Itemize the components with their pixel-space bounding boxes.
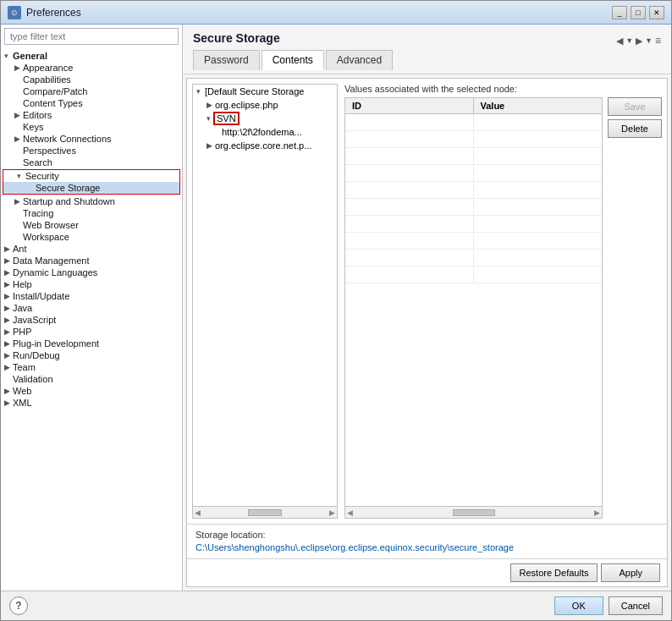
storage-tree-item-org-core[interactable]: ▶ org.eclipse.core.net.p... — [193, 139, 337, 152]
minimize-button[interactable]: _ — [612, 6, 627, 19]
sidebar-label: Run/Debug — [13, 350, 60, 360]
restore-defaults-button[interactable]: Restore Defaults — [510, 563, 598, 582]
arrow-icon: ▶ — [14, 135, 23, 143]
sidebar-item-validation[interactable]: Validation — [1, 373, 182, 385]
sidebar-item-plugin-dev[interactable]: ▶ Plug-in Development — [1, 338, 182, 349]
table-cell — [345, 267, 474, 283]
sidebar-item-appearance[interactable]: ▶ Appearance — [1, 62, 182, 74]
sidebar-label: Install/Update — [13, 291, 69, 301]
sidebar-item-capabilities[interactable]: Capabilities — [1, 74, 182, 85]
sidebar-item-java[interactable]: ▶ Java — [1, 302, 182, 314]
tab-password[interactable]: Password — [193, 50, 260, 70]
arrow-icon: ▾ — [4, 52, 13, 60]
sidebar-item-php[interactable]: ▶ PHP — [1, 326, 182, 338]
sidebar-item-install-update[interactable]: ▶ Install/Update — [1, 290, 182, 302]
table-row — [345, 148, 602, 165]
sidebar-label: Data Management — [13, 256, 90, 266]
sidebar-item-compare-patch[interactable]: Compare/Patch — [1, 85, 182, 97]
sidebar-item-startup-shutdown[interactable]: ▶ Startup and Shutdown — [1, 195, 182, 207]
storage-tree-item-svn[interactable]: ▾ SVN — [193, 112, 337, 125]
sidebar-item-dynamic-languages[interactable]: ▶ Dynamic Languages — [1, 267, 182, 278]
sidebar-item-keys[interactable]: Keys — [1, 121, 182, 133]
table-cell — [345, 114, 474, 130]
storage-path-link[interactable]: C:\Users\shenghongshu\.eclipse\org.eclip… — [196, 542, 514, 552]
sidebar-item-network-connections[interactable]: ▶ Network Connections — [1, 133, 182, 145]
table-cell — [474, 233, 603, 249]
table-cell — [474, 216, 603, 232]
storage-tree-label: http:\2f\2fondema... — [222, 127, 302, 137]
sidebar-label: Startup and Shutdown — [23, 196, 115, 206]
storage-tree-item-svn-url[interactable]: http:\2f\2fondema... — [193, 125, 337, 139]
sidebar-label: Keys — [23, 122, 43, 132]
arrow-icon: ▶ — [4, 339, 13, 348]
sidebar-label: Team — [13, 362, 36, 372]
apply-button[interactable]: Apply — [601, 563, 660, 582]
search-input[interactable] — [4, 28, 179, 45]
storage-tree-item-org-php[interactable]: ▶ org.eclipse.php — [193, 98, 337, 112]
sidebar-item-tracing[interactable]: Tracing — [1, 207, 182, 219]
nav-forward-dropdown-button[interactable]: ▼ — [645, 36, 653, 45]
arrow-icon: ▶ — [4, 327, 13, 336]
arrow-icon: ▶ — [14, 111, 23, 119]
nav-menu-button[interactable]: ≡ — [655, 35, 661, 47]
cancel-button[interactable]: Cancel — [609, 596, 663, 615]
storage-location-section: Storage location: C:\Users\shenghongshu\… — [187, 524, 667, 558]
table-cell — [345, 182, 474, 198]
table-cell — [474, 131, 603, 147]
sidebar-label: Dynamic Languages — [13, 267, 97, 278]
save-button[interactable]: Save — [608, 97, 662, 116]
arrow-icon: ▶ — [4, 387, 13, 395]
sidebar-item-javascript[interactable]: ▶ JavaScript — [1, 314, 182, 326]
tab-contents[interactable]: Contents — [262, 50, 324, 70]
arrow-icon — [14, 221, 23, 229]
table-cell — [345, 250, 474, 266]
sidebar-item-perspectives[interactable]: Perspectives — [1, 145, 182, 157]
table-cell — [345, 233, 474, 249]
table-cell — [345, 199, 474, 215]
arrow-icon — [4, 375, 13, 383]
sidebar-item-security[interactable]: ▾ Security — [3, 170, 179, 182]
sidebar-item-data-management[interactable]: ▶ Data Management — [1, 255, 182, 267]
table-header-value: Value — [474, 98, 603, 113]
scroll-thumb[interactable] — [248, 509, 282, 516]
close-button[interactable]: ✕ — [649, 6, 664, 19]
table-scroll-thumb[interactable] — [453, 509, 495, 516]
help-button[interactable]: ? — [9, 596, 28, 615]
sidebar-item-web[interactable]: ▶ Web — [1, 385, 182, 397]
sidebar-item-help[interactable]: ▶ Help — [1, 278, 182, 290]
left-panel-scrollbar[interactable]: ◀ ▶ — [193, 506, 337, 518]
table-cell — [474, 114, 603, 130]
table-cell — [345, 165, 474, 181]
tab-bar: Password Contents Advanced — [193, 50, 661, 70]
table-cell — [474, 199, 603, 215]
sidebar-item-web-browser[interactable]: Web Browser — [1, 219, 182, 231]
ok-button[interactable]: OK — [554, 596, 603, 615]
sidebar-label: Capabilities — [23, 74, 71, 85]
sidebar-label: Tracing — [23, 208, 53, 218]
table-cell — [345, 216, 474, 232]
sidebar-item-general[interactable]: ▾ General — [1, 50, 182, 62]
sidebar-item-team[interactable]: ▶ Team — [1, 361, 182, 373]
sidebar-item-xml[interactable]: ▶ XML — [1, 397, 182, 409]
nav-dropdown-button[interactable]: ▼ — [625, 36, 633, 45]
nav-back-button[interactable]: ◀ — [616, 36, 623, 47]
table-cell — [474, 148, 603, 164]
nav-forward-button[interactable]: ▶ — [636, 36, 642, 47]
sidebar-item-ant[interactable]: ▶ Ant — [1, 243, 182, 255]
arrow-icon — [14, 99, 23, 107]
delete-button[interactable]: Delete — [608, 119, 662, 138]
footer-right: OK Cancel — [554, 596, 663, 615]
sidebar-item-search[interactable]: Search — [1, 157, 182, 168]
sidebar-item-run-debug[interactable]: ▶ Run/Debug — [1, 349, 182, 361]
left-panel: ▾ [Default Secure Storage ▶ org.eclipse.… — [192, 84, 338, 519]
tab-advanced[interactable]: Advanced — [326, 50, 393, 70]
sidebar-item-secure-storage[interactable]: Secure Storage — [3, 182, 179, 194]
maximize-button[interactable]: □ — [631, 6, 646, 19]
sidebar-item-editors[interactable]: ▶ Editors — [1, 109, 182, 121]
table-cell — [474, 250, 603, 266]
storage-tree-item-default[interactable]: ▾ [Default Secure Storage — [193, 85, 337, 98]
table-cell — [345, 131, 474, 147]
sidebar-item-content-types[interactable]: Content Types — [1, 97, 182, 109]
table-scrollbar-h[interactable]: ◀ ▶ — [345, 506, 602, 518]
sidebar-item-workspace[interactable]: Workspace — [1, 231, 182, 243]
